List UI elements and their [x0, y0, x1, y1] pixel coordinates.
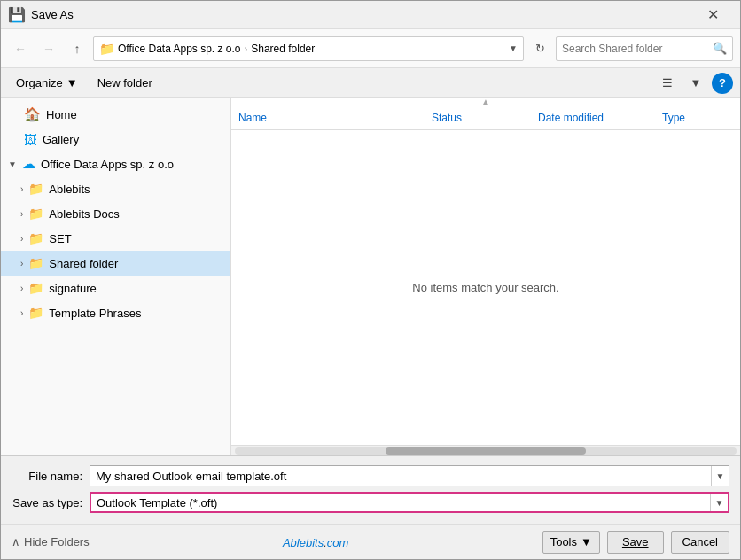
file-list-body: No items match your search. [231, 130, 740, 445]
expand-arrow-template-phrases-icon: › [20, 308, 23, 318]
hscroll-track [235, 447, 737, 455]
expand-arrow-signature-icon: › [20, 284, 23, 293]
sidebar-label-home: Home [46, 108, 77, 121]
expand-arrow-set-icon: › [20, 234, 23, 244]
folder-set-icon: 📁 [28, 231, 43, 245]
dialog-icon: 💾 [8, 6, 26, 23]
tools-button[interactable]: Tools ▼ [542, 531, 600, 554]
forward-button[interactable]: → [36, 36, 61, 61]
filename-input[interactable] [90, 466, 711, 486]
address-bar: ← → ↑ 📁 Office Data Apps sp. z o.o › Sha… [1, 29, 740, 68]
breadcrumb-dropdown-icon[interactable]: ▼ [509, 43, 518, 53]
breadcrumb-folder-icon: 📁 [99, 42, 114, 56]
organize-button[interactable]: Organize ▼ [8, 72, 86, 95]
hide-folders-arrow-icon: ∧ [12, 535, 20, 548]
gallery-icon: 🖼 [24, 132, 37, 147]
sidebar-label-ablebits: Ablebits [49, 183, 90, 196]
view-list-icon: ☰ [662, 76, 673, 89]
col-status-header[interactable]: Status [432, 112, 538, 124]
filename-row: File name: ▼ [12, 465, 729, 486]
toolbar: Organize ▼ New folder ☰ ▼ ? [1, 68, 740, 98]
savetype-label: Save as type: [12, 496, 90, 509]
cloud-icon: ☁ [22, 156, 35, 172]
save-button[interactable]: Save [607, 531, 664, 554]
main-content: 🏠 Home 🖼 Gallery ▼ ☁ Office Data Apps sp… [1, 98, 740, 455]
view-button[interactable]: ☰ [655, 72, 680, 95]
tools-label: Tools [550, 535, 577, 548]
filename-label: File name: [12, 470, 90, 483]
col-date-header[interactable]: Date modified [538, 112, 662, 124]
sidebar-item-gallery[interactable]: 🖼 Gallery [1, 127, 230, 152]
file-list: ▲ Name Status Date modified Type No item… [231, 98, 740, 455]
sidebar-item-ablebits[interactable]: › 📁 Ablebits [1, 176, 230, 201]
folder-template-phrases-icon: 📁 [28, 306, 43, 320]
horizontal-scrollbar[interactable] [231, 445, 740, 455]
sidebar-label-template-phrases: Template Phrases [49, 307, 141, 320]
folder-signature-icon: 📁 [28, 281, 43, 295]
column-headers: Name Status Date modified Type [231, 105, 740, 130]
footer-actions: Tools ▼ Save Cancel [542, 531, 729, 554]
view-dropdown-icon: ▼ [690, 76, 702, 89]
sidebar-item-set[interactable]: › 📁 SET [1, 226, 230, 251]
footer: ∧ Hide Folders Ablebits.com Tools ▼ Save… [1, 524, 740, 559]
expand-arrow-icon: ▼ [8, 159, 17, 169]
new-folder-button[interactable]: New folder [90, 72, 160, 95]
save-as-dialog: 💾 Save As ✕ ← → ↑ 📁 Office Data Apps sp.… [0, 0, 741, 560]
breadcrumb[interactable]: 📁 Office Data Apps sp. z o.o › Shared fo… [93, 36, 524, 61]
logo-text-ablebits: Ablebits [283, 536, 324, 549]
sidebar-item-template-phrases[interactable]: › 📁 Template Phrases [1, 300, 230, 325]
savetype-input[interactable] [91, 494, 710, 511]
breadcrumb-current: Shared folder [251, 43, 315, 55]
search-icon: 🔍 [713, 42, 727, 55]
breadcrumb-separator: › [245, 43, 248, 54]
search-input[interactable] [562, 43, 709, 55]
logo-text-com: com [327, 536, 349, 549]
dialog-title: Save As [31, 8, 692, 21]
folder-ablebits-icon: 📁 [28, 182, 43, 196]
sidebar-label-office-data-apps: Office Data Apps sp. z o.o [41, 158, 174, 171]
filename-input-wrapper: ▼ [90, 465, 729, 486]
back-button[interactable]: ← [8, 36, 33, 61]
savetype-row: Save as type: ▼ [12, 492, 729, 513]
col-type-header[interactable]: Type [662, 112, 733, 124]
empty-message: No items match your search. [412, 281, 558, 294]
sidebar: 🏠 Home 🖼 Gallery ▼ ☁ Office Data Apps sp… [1, 98, 231, 455]
close-button[interactable]: ✕ [692, 1, 733, 29]
col-name-header[interactable]: Name [238, 112, 432, 124]
sidebar-item-home[interactable]: 🏠 Home [1, 102, 230, 127]
up-button[interactable]: ↑ [65, 36, 90, 61]
hide-folders-label: Hide Folders [24, 535, 90, 548]
cancel-button[interactable]: Cancel [671, 531, 729, 554]
breadcrumb-parent: Office Data Apps sp. z o.o [118, 43, 241, 55]
sidebar-label-gallery: Gallery [43, 133, 79, 146]
folder-ablebits-docs-icon: 📁 [28, 206, 43, 221]
home-icon: 🏠 [24, 106, 41, 122]
tools-arrow-icon: ▼ [581, 535, 592, 548]
expand-arrow-ablebits-icon: › [20, 184, 23, 194]
folder-shared-icon: 📁 [28, 256, 43, 270]
expand-arrow-shared-folder-icon: › [20, 259, 23, 268]
ablebits-logo: Ablebits.com [90, 534, 542, 550]
sidebar-label-shared-folder: Shared folder [49, 257, 118, 270]
title-bar: 💾 Save As ✕ [1, 1, 740, 29]
hide-folders-button[interactable]: ∧ Hide Folders [12, 535, 90, 548]
expand-arrow-ablebits-docs-icon: › [20, 209, 23, 219]
sidebar-item-shared-folder[interactable]: › 📁 Shared folder [1, 251, 230, 276]
sidebar-item-ablebits-docs[interactable]: › 📁 Ablebits Docs [1, 201, 230, 226]
savetype-dropdown-icon[interactable]: ▼ [710, 494, 728, 511]
bottom-form: File name: ▼ Save as type: ▼ [1, 455, 740, 524]
help-button[interactable]: ? [712, 73, 733, 94]
savetype-select-wrapper: ▼ [90, 492, 729, 513]
view-dropdown-button[interactable]: ▼ [683, 72, 708, 95]
organize-label: Organize [16, 76, 63, 89]
sidebar-label-signature: signature [49, 282, 96, 295]
sidebar-label-set: SET [49, 232, 71, 245]
search-box: 🔍 [556, 36, 733, 61]
organize-arrow-icon: ▼ [66, 76, 78, 89]
sidebar-label-ablebits-docs: Ablebits Docs [49, 207, 119, 221]
sidebar-item-office-data-apps[interactable]: ▼ ☁ Office Data Apps sp. z o.o [1, 152, 230, 176]
refresh-button[interactable]: ↻ [527, 36, 552, 61]
hscroll-thumb [386, 447, 586, 455]
filename-dropdown-icon[interactable]: ▼ [711, 466, 729, 486]
sidebar-item-signature[interactable]: › 📁 signature [1, 276, 230, 300]
